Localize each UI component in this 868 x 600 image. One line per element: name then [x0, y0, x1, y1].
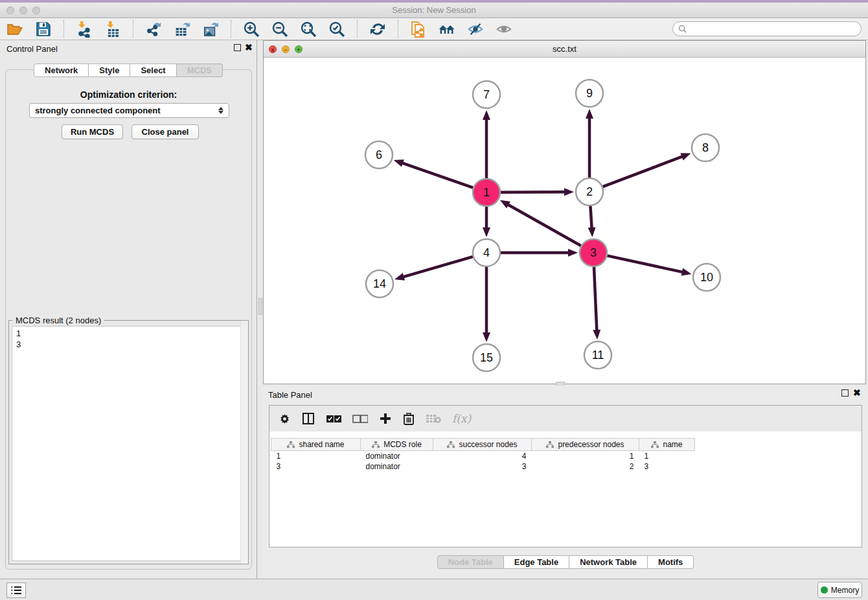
table-cell[interactable]: dominator	[361, 461, 433, 472]
tab-style[interactable]: Style	[89, 63, 130, 77]
edge-3-11[interactable]	[594, 267, 597, 331]
tab-edge-table[interactable]: Edge Table	[504, 555, 569, 569]
arrowhead-icon	[564, 188, 574, 196]
close-panel-button[interactable]: Close panel	[131, 124, 199, 139]
search-input[interactable]	[690, 25, 856, 34]
open-file-icon[interactable]	[6, 21, 23, 38]
export-table-icon[interactable]	[174, 21, 190, 38]
table-panel-tabs: Node Table Edge Table Network Table Moti…	[263, 555, 868, 569]
main-toolbar	[0, 18, 868, 40]
edge-3-10[interactable]	[607, 256, 683, 272]
edge-2-8[interactable]	[603, 156, 683, 187]
tab-mcds[interactable]: MCDS	[177, 63, 223, 77]
table-cell[interactable]: dominator	[361, 451, 433, 461]
network-window-titlebar[interactable]: x – + scc.txt	[264, 41, 865, 58]
table-cell[interactable]: 1	[271, 451, 361, 461]
select-all-icon[interactable]	[326, 415, 341, 423]
zoom-out-icon[interactable]	[271, 21, 288, 38]
close-window-button[interactable]	[6, 6, 14, 14]
close-panel-icon[interactable]: ✖	[245, 42, 253, 52]
column-header-shared-name[interactable]: shared name	[271, 439, 361, 451]
table-cell[interactable]: 4	[433, 451, 532, 461]
task-history-button[interactable]	[6, 583, 26, 598]
splitter-handle[interactable]	[258, 298, 262, 315]
edge-4-14[interactable]	[403, 257, 473, 277]
refresh-icon[interactable]	[369, 21, 386, 38]
run-mcds-button[interactable]: Run MCDS	[62, 124, 123, 139]
arrowhead-icon	[586, 109, 593, 119]
table-row[interactable]: 3dominator323	[271, 461, 695, 472]
column-type-icon	[372, 441, 380, 448]
arrowhead-icon	[483, 110, 490, 120]
toolbar-separator	[398, 20, 398, 38]
table-cell[interactable]: 3	[271, 461, 361, 472]
edge-3-1[interactable]	[507, 204, 581, 246]
zoom-fit-icon[interactable]	[300, 21, 317, 38]
result-scrollbar[interactable]	[240, 321, 248, 564]
clone-network-icon[interactable]	[410, 21, 427, 38]
node-table-container: f(x) shared nameMCDS rolesuccessor nodes…	[269, 405, 862, 548]
tab-node-table[interactable]: Node Table	[437, 555, 504, 569]
node-label: 10	[700, 271, 713, 284]
node-label: 2	[586, 185, 593, 198]
zoom-selected-icon[interactable]	[328, 21, 345, 38]
arrowhead-icon	[394, 273, 405, 281]
tab-select[interactable]: Select	[130, 63, 176, 77]
deselect-all-icon[interactable]	[352, 415, 368, 423]
table-cell[interactable]: 3	[433, 461, 532, 472]
table-cell[interactable]: 1	[532, 451, 639, 461]
memory-button[interactable]: Memory	[817, 582, 862, 598]
toolbar-separator	[133, 20, 133, 38]
add-column-icon[interactable]	[379, 412, 392, 425]
toolbar-separator	[357, 20, 358, 38]
maximize-window-button[interactable]	[32, 6, 40, 14]
table-cell[interactable]: 3	[639, 461, 695, 472]
edge-1-6[interactable]	[402, 163, 473, 188]
tab-network-table[interactable]: Network Table	[569, 555, 648, 569]
optimization-criterion-dropdown[interactable]: strongly connected component	[29, 103, 229, 118]
tab-motifs[interactable]: Motifs	[648, 555, 694, 569]
table-cell[interactable]: 1	[639, 451, 695, 461]
table-row[interactable]: 1dominator411	[271, 451, 695, 461]
network-minimize-button[interactable]: –	[282, 45, 290, 53]
node-label: 3	[590, 246, 597, 259]
hide-panel-icon[interactable]	[467, 21, 484, 38]
import-table-icon[interactable]	[104, 21, 121, 38]
delete-column-icon[interactable]	[403, 412, 415, 425]
settings-gear-icon[interactable]	[279, 413, 291, 425]
column-header-successor-nodes[interactable]: successor nodes	[433, 439, 532, 451]
column-type-icon	[546, 441, 554, 448]
import-network-icon[interactable]	[76, 21, 93, 38]
float-table-panel-icon[interactable]	[841, 389, 849, 397]
node-table-header-row: shared nameMCDS rolesuccessor nodesprede…	[271, 439, 695, 451]
column-header-MCDS-role[interactable]: MCDS role	[361, 439, 433, 451]
export-image-icon[interactable]	[202, 21, 219, 38]
network-maximize-button[interactable]: +	[295, 45, 303, 53]
table-panel-title: Table Panel	[268, 390, 312, 400]
network-graph[interactable]: 1234678910111415	[264, 58, 865, 384]
mcds-result-title: MCDS result (2 nodes)	[13, 316, 104, 325]
minimize-window-button[interactable]	[19, 6, 27, 14]
home-layout-icon[interactable]	[439, 21, 455, 38]
export-network-icon[interactable]	[145, 21, 162, 38]
node-label: 1	[483, 186, 490, 199]
table-toolbar: f(x)	[269, 406, 862, 432]
close-table-panel-icon[interactable]: ✖	[853, 387, 861, 398]
column-header-name[interactable]: name	[639, 439, 695, 451]
mcds-result-group: MCDS result (2 nodes) 1 3	[8, 320, 249, 564]
search-box[interactable]	[672, 21, 862, 36]
vertical-splitter[interactable]	[258, 40, 263, 579]
table-cell[interactable]: 2	[532, 461, 639, 472]
show-panel-icon[interactable]	[496, 21, 512, 38]
mcds-result-textarea[interactable]: 1 3	[12, 326, 246, 561]
float-panel-icon[interactable]	[234, 44, 241, 51]
edge-1-2[interactable]	[501, 192, 565, 192]
edge-2-3[interactable]	[590, 206, 591, 229]
network-canvas[interactable]: 1234678910111415	[264, 58, 865, 384]
zoom-in-icon[interactable]	[243, 21, 260, 38]
column-header-predecessor-nodes[interactable]: predecessor nodes	[532, 439, 639, 451]
tab-network[interactable]: Network	[34, 63, 89, 77]
save-session-icon[interactable]	[35, 21, 52, 38]
network-close-button[interactable]: x	[269, 45, 277, 53]
column-layout-icon[interactable]	[302, 412, 315, 425]
